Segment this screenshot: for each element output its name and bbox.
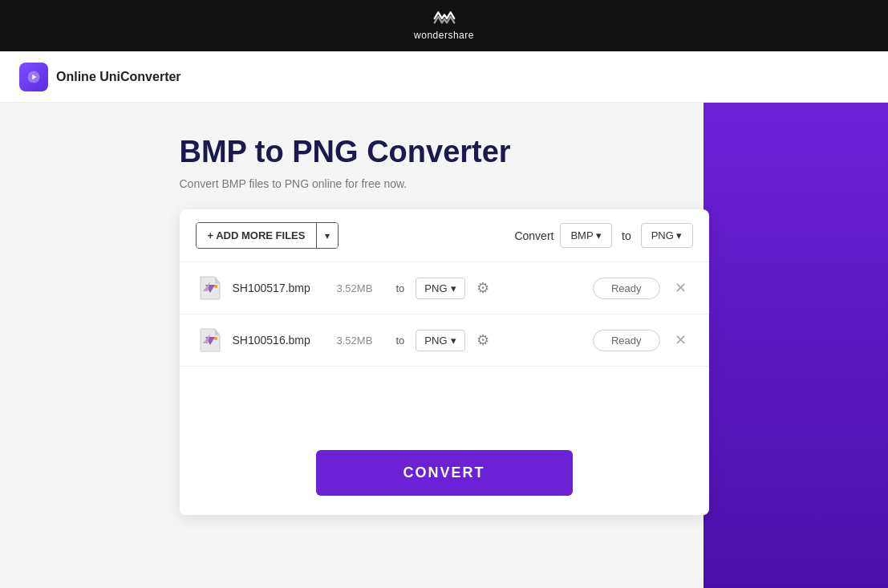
- uniconverter-icon: [26, 69, 42, 85]
- bmp-file-icon-2: [196, 326, 225, 355]
- svg-point-11: [214, 337, 217, 340]
- convert-label: Convert: [514, 229, 553, 242]
- add-files-button[interactable]: + ADD MORE FILES: [197, 223, 318, 248]
- settings-button-2[interactable]: ⚙: [473, 328, 493, 352]
- file-size-1: 3.52MB: [337, 282, 385, 294]
- file-row: SH100517.bmp 3.52MB to PNG ▾ ⚙ Ready ✕: [180, 262, 709, 314]
- center-panel: BMP to PNG Converter Convert BMP files t…: [180, 135, 709, 556]
- bmp-file-icon: [196, 274, 225, 302]
- brand-name: wondershare: [414, 30, 474, 41]
- converter-box: + ADD MORE FILES ▾ Convert BMP ▾ to PNG …: [180, 209, 709, 515]
- to-format-button[interactable]: PNG ▾: [641, 223, 693, 248]
- settings-button-1[interactable]: ⚙: [473, 276, 493, 300]
- topbar: wondershare: [0, 0, 888, 51]
- purple-decoration: [704, 103, 888, 588]
- file-format-select-1[interactable]: PNG ▾: [416, 278, 464, 299]
- remove-file-button-1[interactable]: ✕: [668, 276, 693, 300]
- wondershare-logo: wondershare: [414, 10, 474, 41]
- file-size-2: 3.52MB: [337, 335, 385, 347]
- file-name-2: SH100516.bmp: [233, 334, 329, 347]
- file-row: SH100516.bmp 3.52MB to PNG ▾ ⚙ Ready ✕: [180, 314, 709, 367]
- from-format-button[interactable]: BMP ▾: [560, 223, 612, 248]
- file-name-1: SH100517.bmp: [233, 282, 329, 294]
- to-text-1: to: [396, 282, 405, 294]
- convert-button[interactable]: CONVERT: [316, 450, 573, 496]
- file-format-select-2[interactable]: PNG ▾: [416, 330, 464, 351]
- app-icon: [19, 63, 48, 91]
- add-files-btn-group: + ADD MORE FILES ▾: [196, 222, 339, 249]
- convert-footer: CONVERT: [180, 431, 709, 515]
- add-files-dropdown-button[interactable]: ▾: [317, 223, 338, 248]
- svg-point-6: [214, 285, 217, 288]
- ready-badge-1: Ready: [593, 278, 660, 299]
- empty-drop-area: [180, 367, 709, 431]
- ready-badge-2: Ready: [593, 330, 660, 351]
- to-label: to: [622, 229, 631, 242]
- ws-logo-icon: [432, 10, 457, 26]
- remove-file-button-2[interactable]: ✕: [668, 328, 693, 352]
- header-nav: Online UniConverter: [0, 51, 888, 103]
- page-subtitle: Convert BMP files to PNG online for free…: [180, 177, 709, 190]
- app-name: Online UniConverter: [56, 70, 181, 84]
- to-text-2: to: [396, 335, 405, 347]
- converter-toolbar: + ADD MORE FILES ▾ Convert BMP ▾ to PNG …: [180, 209, 709, 262]
- page-title: BMP to PNG Converter: [180, 135, 709, 169]
- main-content: BMP to PNG Converter Convert BMP files t…: [0, 103, 888, 588]
